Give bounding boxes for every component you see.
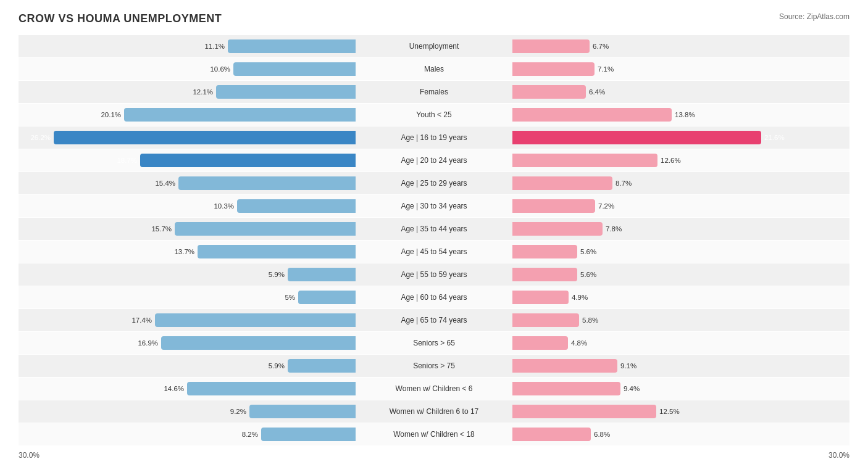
center-label: Age | 60 to 64 years bbox=[358, 293, 510, 302]
houma-value: 21.6% bbox=[764, 134, 785, 141]
houma-bar bbox=[512, 382, 620, 395]
crow-value: 14.6% bbox=[164, 385, 184, 392]
crow-value: 15.4% bbox=[155, 180, 175, 187]
center-label: Age | 65 to 74 years bbox=[358, 316, 510, 324]
chart-rows-container: 11.1% Unemployment 6.7% 10.6% Males 7.1% bbox=[19, 35, 849, 445]
table-row: 15.4% Age | 25 to 29 years 8.7% bbox=[19, 172, 849, 194]
left-half: 15.4% bbox=[19, 172, 358, 194]
houma-bar bbox=[512, 313, 579, 327]
crow-bar bbox=[178, 176, 356, 190]
crow-value: 13.7% bbox=[174, 248, 194, 255]
crow-value: 16.9% bbox=[138, 339, 158, 347]
right-bar-container: 5.6% bbox=[510, 263, 849, 286]
crow-bar bbox=[124, 108, 356, 122]
center-label: Age | 16 to 19 years bbox=[358, 133, 510, 142]
left-bar-container: 5.9% bbox=[19, 263, 358, 286]
houma-value: 12.6% bbox=[661, 157, 681, 164]
center-label: Seniors > 65 bbox=[358, 339, 510, 347]
right-half: 6.7% bbox=[510, 35, 849, 57]
houma-bar bbox=[512, 245, 577, 258]
houma-value: 7.1% bbox=[598, 65, 614, 73]
table-row: 8.2% Women w/ Children < 18 6.8% bbox=[19, 423, 849, 445]
houma-bar bbox=[512, 131, 761, 144]
left-bar-container: 20.1% bbox=[19, 104, 358, 126]
left-half: 9.2% bbox=[19, 400, 358, 423]
crow-value: 26.2% bbox=[30, 134, 51, 141]
table-row: 5.9% Seniors > 75 9.1% bbox=[19, 355, 849, 377]
center-label: Unemployment bbox=[358, 42, 510, 51]
right-bar-container: 12.5% bbox=[510, 400, 849, 423]
right-half: 6.4% bbox=[510, 81, 849, 103]
right-bar-container: 5.6% bbox=[510, 241, 849, 263]
center-label: Males bbox=[358, 65, 510, 73]
right-half: 5.8% bbox=[510, 309, 849, 331]
houma-value: 5.6% bbox=[580, 248, 596, 255]
right-bar-container: 4.9% bbox=[510, 286, 849, 308]
center-label: Age | 45 to 54 years bbox=[358, 247, 510, 256]
crow-value: 11.1% bbox=[204, 43, 225, 50]
crow-value: 9.2% bbox=[230, 408, 246, 415]
crow-bar bbox=[261, 428, 356, 441]
table-row: 18.7% Age | 20 to 24 years 12.6% bbox=[19, 149, 849, 172]
left-bar-container: 17.4% bbox=[19, 309, 358, 331]
chart-title: CROW VS HOUMA UNEMPLOYMENT bbox=[19, 12, 222, 25]
center-label: Women w/ Children < 6 bbox=[358, 384, 510, 393]
table-row: 5.9% Age | 55 to 59 years 5.6% bbox=[19, 263, 849, 286]
crow-bar bbox=[298, 291, 356, 304]
right-half: 7.8% bbox=[510, 218, 849, 240]
table-row: 16.9% Seniors > 65 4.8% bbox=[19, 332, 849, 354]
houma-value: 7.2% bbox=[598, 202, 614, 210]
houma-bar bbox=[512, 291, 569, 304]
left-bar-container: 10.3% bbox=[19, 195, 358, 217]
houma-bar bbox=[512, 154, 657, 167]
houma-value: 5.6% bbox=[580, 271, 596, 278]
chart-header: CROW VS HOUMA UNEMPLOYMENT Source: ZipAt… bbox=[19, 12, 849, 25]
houma-value: 6.8% bbox=[594, 431, 610, 438]
houma-bar bbox=[512, 405, 656, 418]
right-bar-container: 7.2% bbox=[510, 195, 849, 217]
right-half: 5.6% bbox=[510, 263, 849, 286]
left-bar-container: 15.7% bbox=[19, 218, 358, 240]
table-row: 15.7% Age | 35 to 44 years 7.8% bbox=[19, 218, 849, 240]
table-row: 10.3% Age | 30 to 34 years 7.2% bbox=[19, 195, 849, 217]
table-row: 14.6% Women w/ Children < 6 9.4% bbox=[19, 378, 849, 400]
houma-value: 7.8% bbox=[606, 225, 622, 233]
left-bar-container: 16.9% bbox=[19, 332, 358, 354]
crow-value: 10.3% bbox=[214, 202, 234, 210]
right-bar-container: 6.7% bbox=[510, 35, 849, 57]
left-half: 11.1% bbox=[19, 35, 358, 57]
houma-bar bbox=[512, 108, 672, 122]
table-row: 17.4% Age | 65 to 74 years 5.8% bbox=[19, 309, 849, 331]
crow-value: 10.6% bbox=[210, 65, 230, 73]
houma-value: 12.5% bbox=[659, 408, 680, 415]
crow-bar bbox=[233, 62, 356, 76]
center-label: Youth < 25 bbox=[358, 110, 510, 119]
right-half: 13.8% bbox=[510, 104, 849, 126]
right-bar-container: 9.4% bbox=[510, 378, 849, 400]
table-row: 9.2% Women w/ Children 6 to 17 12.5% bbox=[19, 400, 849, 423]
right-bar-container: 6.8% bbox=[510, 423, 849, 445]
left-half: 20.1% bbox=[19, 104, 358, 126]
center-label: Age | 30 to 34 years bbox=[358, 202, 510, 210]
houma-value: 13.8% bbox=[675, 111, 695, 118]
houma-bar bbox=[512, 176, 612, 190]
right-half: 9.4% bbox=[510, 378, 849, 400]
houma-bar bbox=[512, 268, 577, 281]
right-half: 7.2% bbox=[510, 195, 849, 217]
crow-bar bbox=[198, 245, 356, 258]
right-half: 9.1% bbox=[510, 355, 849, 377]
right-bar-container: 7.8% bbox=[510, 218, 849, 240]
left-bar-container: 26.2% bbox=[19, 126, 358, 149]
chart-source: Source: ZipAtlas.com bbox=[779, 12, 849, 21]
center-label: Women w/ Children 6 to 17 bbox=[358, 407, 510, 416]
right-half: 7.1% bbox=[510, 58, 849, 80]
left-bar-container: 8.2% bbox=[19, 423, 358, 445]
center-label: Age | 35 to 44 years bbox=[358, 225, 510, 233]
houma-bar bbox=[512, 62, 595, 76]
right-bar-container: 21.6% bbox=[510, 126, 849, 149]
left-half: 18.7% bbox=[19, 149, 358, 172]
table-row: 12.1% Females 6.4% bbox=[19, 81, 849, 103]
left-bar-container: 14.6% bbox=[19, 378, 358, 400]
right-half: 4.8% bbox=[510, 332, 849, 354]
left-half: 8.2% bbox=[19, 423, 358, 445]
